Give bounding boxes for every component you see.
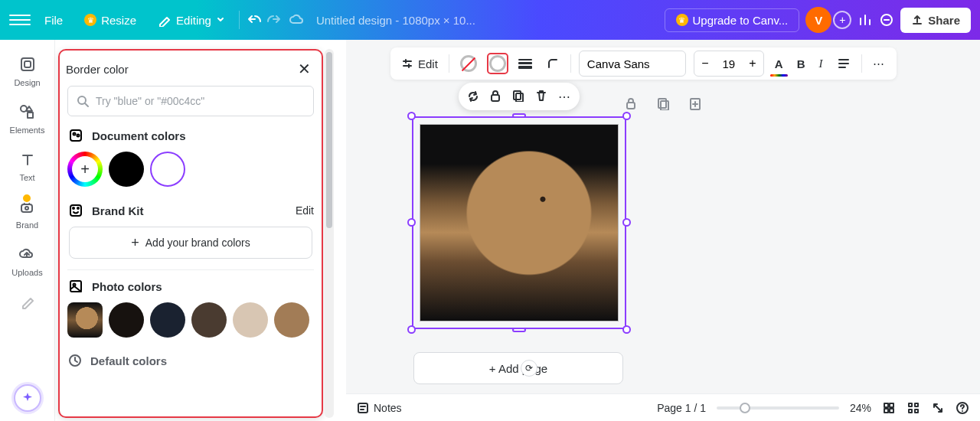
border-weight-button[interactable] bbox=[515, 54, 535, 73]
rail-uploads[interactable]: Uploads bbox=[11, 243, 42, 277]
zoom-slider[interactable] bbox=[717, 406, 839, 410]
photo-thumbnail[interactable] bbox=[67, 302, 103, 338]
svg-rect-18 bbox=[658, 99, 666, 108]
draw-icon bbox=[17, 291, 38, 312]
color-swatch[interactable] bbox=[150, 302, 185, 338]
cloud-sync-icon[interactable] bbox=[289, 12, 304, 28]
rail-text[interactable]: Text bbox=[17, 148, 38, 182]
svg-rect-27 bbox=[884, 409, 888, 413]
lock-icon[interactable] bbox=[489, 90, 503, 103]
magic-button[interactable] bbox=[14, 384, 41, 412]
svg-rect-29 bbox=[909, 403, 912, 406]
rail-label: Design bbox=[14, 78, 40, 87]
separator bbox=[239, 11, 240, 29]
avatar[interactable]: V bbox=[805, 7, 831, 33]
more-button[interactable]: ⋯ bbox=[870, 54, 889, 73]
resize-handle[interactable] bbox=[622, 218, 631, 227]
more-icon[interactable]: ⋯ bbox=[558, 90, 572, 103]
align-icon bbox=[837, 57, 851, 70]
photo-colors-heading: Photo colors bbox=[92, 280, 314, 293]
insights-icon[interactable] bbox=[858, 12, 873, 28]
editing-menu[interactable]: Editing bbox=[150, 8, 233, 31]
resize-handle[interactable] bbox=[407, 112, 416, 120]
border-color-panel: Border color ✕ Try "blue" or "#00c4cc" D… bbox=[58, 49, 323, 418]
font-size-increase[interactable]: + bbox=[742, 51, 763, 76]
element-floating-toolbar: ⋯ bbox=[459, 83, 580, 110]
italic-button[interactable]: I bbox=[816, 54, 826, 73]
rail-draw[interactable] bbox=[17, 291, 38, 312]
notes-button[interactable]: Notes bbox=[357, 402, 402, 414]
rail-label: Uploads bbox=[11, 268, 42, 277]
add-color-button[interactable]: + bbox=[67, 152, 103, 187]
resize-handle[interactable] bbox=[512, 113, 526, 118]
color-swatch[interactable] bbox=[233, 302, 268, 338]
undo-button[interactable] bbox=[246, 12, 261, 28]
rail-label: Brand bbox=[16, 220, 38, 230]
separator bbox=[449, 54, 449, 73]
corner-radius-button[interactable] bbox=[543, 54, 563, 73]
selected-element[interactable]: ⋯ bbox=[412, 116, 626, 329]
resize-handle[interactable] bbox=[512, 328, 526, 332]
share-button[interactable]: Share bbox=[900, 8, 971, 33]
menu-icon[interactable] bbox=[9, 9, 31, 31]
no-border-color-button[interactable] bbox=[457, 52, 480, 75]
svg-rect-31 bbox=[915, 403, 918, 406]
search-icon bbox=[76, 94, 90, 108]
resize-handle[interactable] bbox=[622, 325, 631, 334]
font-size-decrease[interactable]: − bbox=[694, 51, 716, 76]
lock-page-icon[interactable] bbox=[622, 95, 639, 112]
context-toolbar: Edit Canva Sans − 19 + A B I ⋯ bbox=[390, 47, 897, 80]
resize-handle[interactable] bbox=[407, 218, 416, 227]
resize-handle[interactable] bbox=[407, 325, 416, 334]
redo-button[interactable] bbox=[267, 12, 283, 28]
duplicate-page-icon[interactable] bbox=[655, 95, 671, 112]
svg-point-13 bbox=[77, 207, 79, 209]
file-menu[interactable]: File bbox=[37, 9, 70, 31]
brand-kit-edit-link[interactable]: Edit bbox=[296, 204, 314, 217]
color-search-input[interactable]: Try "blue" or "#00c4cc" bbox=[67, 86, 314, 116]
font-select[interactable]: Canva Sans bbox=[579, 51, 686, 77]
panel-scrollbar[interactable] bbox=[325, 49, 334, 418]
sync-icon[interactable] bbox=[466, 90, 480, 103]
color-swatch-black[interactable] bbox=[109, 152, 144, 187]
alignment-button[interactable] bbox=[834, 54, 854, 73]
svg-rect-21 bbox=[492, 95, 499, 101]
pencil-icon bbox=[158, 13, 172, 27]
duplicate-icon[interactable] bbox=[512, 90, 526, 103]
svg-rect-24 bbox=[358, 403, 368, 413]
rail-elements[interactable]: Elements bbox=[10, 101, 45, 135]
fullscreen-icon[interactable] bbox=[931, 401, 945, 415]
color-swatch[interactable] bbox=[109, 302, 144, 338]
document-title[interactable]: Untitled design - 1080px × 10... bbox=[316, 14, 475, 27]
grid-view-icon[interactable] bbox=[882, 401, 896, 415]
svg-rect-32 bbox=[915, 410, 918, 413]
add-brand-label: Add your brand colors bbox=[145, 237, 250, 249]
add-page-icon[interactable] bbox=[687, 95, 704, 112]
add-brand-colors-button[interactable]: + Add your brand colors bbox=[69, 227, 312, 259]
trash-icon[interactable] bbox=[535, 90, 549, 103]
edit-image-button[interactable]: Edit bbox=[398, 54, 441, 73]
color-swatch[interactable] bbox=[274, 302, 309, 338]
notes-icon bbox=[357, 402, 369, 414]
bold-button[interactable]: B bbox=[794, 54, 808, 73]
svg-rect-28 bbox=[890, 409, 893, 413]
add-page-button[interactable]: + Add page ⟳ bbox=[413, 352, 623, 384]
uploads-icon bbox=[16, 243, 38, 265]
chevron-down-icon bbox=[216, 15, 225, 24]
comment-icon[interactable] bbox=[879, 12, 894, 28]
rail-brand[interactable]: Brand bbox=[16, 196, 38, 230]
close-icon[interactable]: ✕ bbox=[298, 60, 311, 78]
thumbnail-view-icon[interactable] bbox=[906, 401, 920, 415]
add-member-button[interactable]: + bbox=[833, 11, 851, 29]
help-icon[interactable] bbox=[956, 401, 969, 415]
rail-design[interactable]: Design bbox=[14, 54, 40, 87]
canvas-area: Edit Canva Sans − 19 + A B I ⋯ bbox=[346, 40, 980, 397]
border-color-button[interactable] bbox=[488, 54, 508, 73]
font-size-value[interactable]: 19 bbox=[716, 57, 742, 70]
resize-handle[interactable] bbox=[622, 112, 631, 120]
resize-button[interactable]: ♛ Resize bbox=[77, 9, 144, 31]
color-swatch-white-selected[interactable] bbox=[150, 152, 185, 187]
upgrade-button[interactable]: ♛ Upgrade to Canv... bbox=[665, 8, 800, 32]
color-swatch[interactable] bbox=[191, 302, 227, 338]
text-color-button[interactable]: A bbox=[772, 54, 786, 73]
